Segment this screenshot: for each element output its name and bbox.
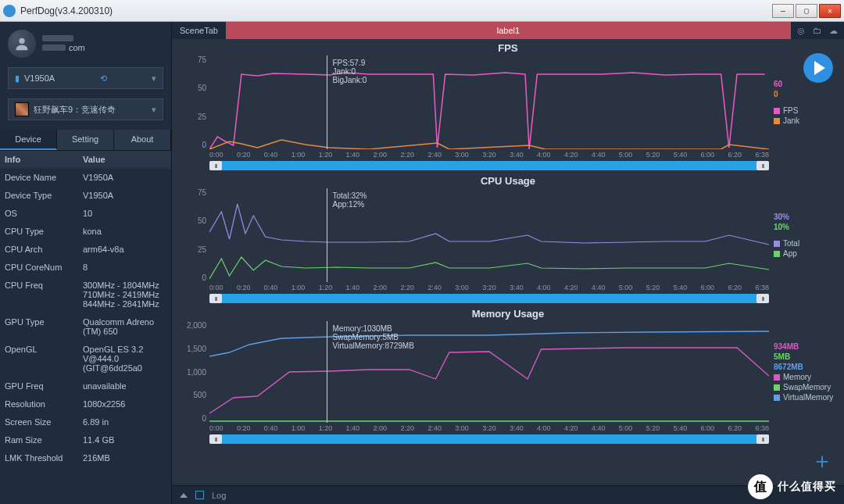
xtick: 2:40 [427,151,442,159]
xtick: 0:20 [237,151,251,159]
scene-label[interactable]: label1 [226,22,791,39]
xtick: 6:20 [728,424,742,432]
ytick: 75 [198,188,206,197]
xtick: 6:38 [755,284,769,291]
xtick: 6:20 [728,151,742,159]
device-selector[interactable]: ▮ V1950A ⟲ ▾ [8,67,163,89]
table-row: LMK Threshold216MB [0,449,171,467]
swap-current: 5MB [774,352,836,361]
xtick: 4:20 [564,151,578,159]
xtick: 3:40 [510,284,524,291]
xtick: 6:00 [701,424,715,432]
avatar[interactable] [8,30,36,58]
info-value: 10 [78,205,171,222]
xtick: 1:00 [291,151,306,159]
info-key: Resolution [0,395,78,413]
app-selector[interactable]: 狂野飙车9：竞速传奇 ▾ [8,98,163,120]
xtick: 5:40 [674,284,688,291]
cpu-chart-title: CPU Usage [180,175,836,187]
info-value: Qualcomm Adreno (TM) 650 [78,313,171,340]
info-value: unavailable [78,377,171,395]
xtick: 2:00 [374,284,388,291]
chevron-down-icon: ▾ [152,105,156,115]
info-key: CPU Arch [0,241,78,258]
table-row: CPU CoreNum8 [0,259,171,277]
xtick: 3:20 [482,424,496,432]
info-key: Device Name [0,169,78,186]
fps-plot[interactable] [209,55,769,149]
link-icon: ⟲ [100,73,107,84]
expand-up-icon[interactable] [180,493,188,498]
profile-name-redacted [42,35,73,41]
table-row: OpenGLOpenGL ES 3.2 V@444.0 (GIT@6dd25a0 [0,341,171,377]
cpu-plot[interactable] [209,188,769,282]
app-thumb-icon [15,102,29,116]
info-value: 300MHz - 1804MHz 710MHz - 2419MHz 844MHz… [78,277,171,313]
chevron-down-icon: ▾ [152,73,156,84]
cpu-timebar[interactable] [209,294,769,303]
xtick: 0:40 [264,151,278,159]
app-selector-label: 狂野飙车9：竞速传奇 [34,104,116,116]
minimize-button[interactable]: — [772,4,794,18]
mem-timebar[interactable] [209,434,769,444]
info-value: V1950A [78,187,171,204]
xtick: 4:20 [564,284,578,291]
ytick: 75 [198,55,206,64]
ytick: 50 [198,216,206,225]
scene-tab[interactable]: SceneTab [172,22,226,39]
xtick: 0:00 [209,284,224,291]
ytick: 500 [193,391,206,399]
xtick: 4:00 [537,424,551,432]
mem-plot[interactable] [209,321,769,423]
fps-chart-panel: FPS 75 50 25 0 FPS:57.9 Jank: [180,42,836,170]
xtick: 4:00 [537,284,551,291]
watermark-badge: 值 [748,474,773,499]
svg-point-0 [19,38,24,44]
xtick: 3:40 [510,424,524,432]
watermark-text: 什么值得买 [778,480,836,494]
location-icon[interactable]: ◎ [797,26,805,36]
tab-device[interactable]: Device [0,130,57,150]
xtick: 3:20 [482,151,496,159]
ytick: 50 [198,84,206,92]
info-value: 6.89 in [78,413,171,431]
info-value: arm64-v8a [78,241,171,258]
xtick: 0:40 [264,424,278,432]
bottom-bar: Log [172,485,844,504]
memory-chart-panel: Memory Usage 2,000 1,500 1,000 500 0 [180,308,836,444]
xtick: 0:20 [237,424,251,432]
scenebar: SceneTab label1 ◎ 🗀 ☁ [172,22,844,39]
tab-about[interactable]: About [114,130,171,150]
log-checkbox[interactable] [195,491,204,499]
xtick: 1:40 [346,151,360,159]
table-row: Device TypeV1950A [0,187,171,205]
legend-total: Total [783,239,799,248]
add-chart-button[interactable]: ＋ [811,446,833,476]
app-icon [3,5,16,17]
xtick: 1:00 [291,424,306,432]
fps-cursor-label: FPS:57.9 Jank:0 BigJank:0 [333,59,367,84]
ytick: 0 [202,273,206,282]
folder-icon[interactable]: 🗀 [813,26,821,35]
table-row: GPU Frequnavailable [0,377,171,395]
watermark: 值 什么值得买 [748,474,836,499]
info-value: 8 [78,259,171,276]
table-row: Ram Size11.4 GB [0,431,171,449]
tab-setting[interactable]: Setting [57,130,114,150]
legend-memory: Memory [783,373,811,381]
virtual-current: 8672MB [774,363,836,371]
maximize-button[interactable]: ▢ [796,4,817,18]
table-row: OS10 [0,205,171,223]
window-title: PerfDog(v3.4.200310) [20,5,113,16]
xtick: 3:00 [455,284,469,291]
close-button[interactable]: ✕ [819,4,841,18]
fps-timebar[interactable] [209,161,769,170]
xtick: 4:20 [564,424,578,432]
ytick: 0 [202,141,206,149]
info-value: 216MB [78,449,171,466]
xtick: 6:38 [755,424,769,432]
play-button[interactable] [803,53,833,83]
table-row: Screen Size6.89 in [0,413,171,431]
xtick: 1:20 [319,284,333,291]
cloud-icon[interactable]: ☁ [829,26,838,36]
